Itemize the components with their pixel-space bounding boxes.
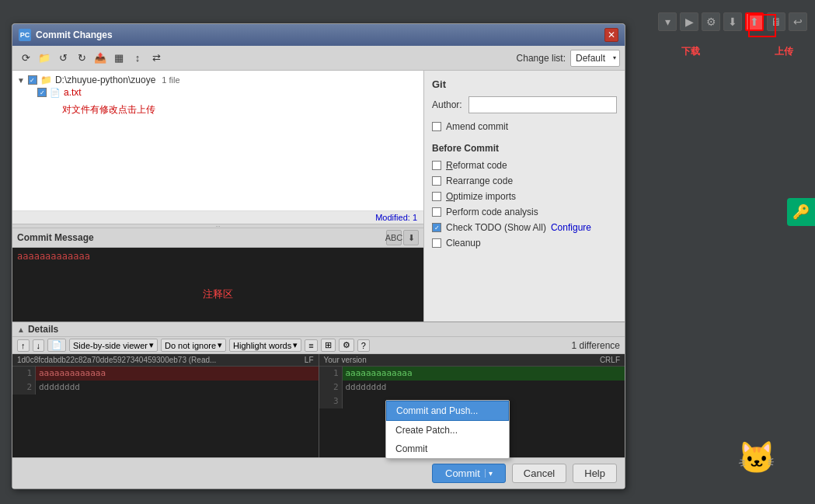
optimize-checkbox[interactable] xyxy=(432,192,441,201)
toolbar-upload-btn[interactable]: ⬆ xyxy=(745,12,764,31)
toolbar-export-btn[interactable]: 📤 xyxy=(92,50,109,67)
rearrange-label: Rearrange code xyxy=(446,176,513,186)
details-panel: ▲ Details ↑ ↓ 📄 Side-by-side viewer ▾ Do… xyxy=(12,322,625,457)
toolbar-up-btn[interactable]: 📁 xyxy=(36,50,53,67)
toolbar-download-btn[interactable]: ⬇ xyxy=(723,12,742,31)
green-action-btn[interactable]: 🔑 xyxy=(787,198,815,226)
dialog-close-button[interactable]: ✕ xyxy=(604,28,618,42)
configure-link[interactable]: Configure xyxy=(551,222,591,233)
ignore-dropdown[interactable]: Do not ignore ▾ xyxy=(161,339,226,352)
author-row: Author: xyxy=(432,96,617,113)
commit-message-input[interactable]: aaaaaaaaaaaaa xyxy=(12,248,423,322)
commit-dropdown-arrow[interactable]: ▾ xyxy=(485,469,493,478)
commit-button[interactable]: Commit ▾ xyxy=(432,464,506,483)
commit-and-push-item[interactable]: Commit and Push... xyxy=(386,401,509,421)
details-content: 1d0c8fcdabdb22c82a70dde5927340459300eb73… xyxy=(12,354,625,457)
git-section-title: Git xyxy=(432,78,617,90)
chinese-note-area: 对文件有修改点击上传 xyxy=(16,103,420,116)
viewer-dropdown[interactable]: Side-by-side viewer ▾ xyxy=(69,339,158,352)
file-checkbox[interactable] xyxy=(37,88,47,97)
highlight-dropdown[interactable]: Highlight words ▾ xyxy=(229,339,301,352)
amend-row: Amend commit xyxy=(432,121,617,132)
left-panel: ▼ 📁 D:\zhuyue-python\zuoye 1 file 📄 a.tx… xyxy=(12,71,424,322)
toolbar-refresh-btn[interactable]: ⟳ xyxy=(17,50,34,67)
chinese-note-text: 对文件有修改点击上传 xyxy=(62,104,155,115)
diff-line-removed-1: 1 aaaaaaaaaaaaa xyxy=(12,367,319,381)
cleanup-checkbox[interactable] xyxy=(432,238,441,248)
diff-left-panel: 1d0c8fcdabdb22c82a70dde5927340459300eb73… xyxy=(12,354,319,457)
commit-msg-header: Commit Message ABC ⬇ xyxy=(12,228,423,248)
help-button[interactable]: Help xyxy=(573,464,617,483)
before-commit-label: Before Commit xyxy=(432,143,617,154)
file-count-label: 1 file xyxy=(162,75,179,85)
toolbar-dropdown-btn[interactable]: ▾ xyxy=(658,12,677,31)
cleanup-label: Cleanup xyxy=(446,238,481,249)
commit-msg-icons: ABC ⬇ xyxy=(386,230,419,245)
commit-msg-icon-abc[interactable]: ABC xyxy=(386,230,402,245)
tree-root-item[interactable]: ▼ 📁 D:\zhuyue-python\zuoye 1 file xyxy=(16,74,420,86)
diff-left-header: 1d0c8fcdabdb22c82a70dde5927340459300eb73… xyxy=(12,354,319,367)
diff-line-added-1: 1 aaaaaaaaaaaaa xyxy=(319,367,625,381)
toolbar-sort-btn[interactable]: ↕ xyxy=(129,50,146,67)
help-btn[interactable]: ? xyxy=(357,339,370,352)
key-icon: 🔑 xyxy=(792,203,810,221)
commit-msg-icon-arrow[interactable]: ⬇ xyxy=(403,230,419,245)
gear-btn[interactable]: ⚙ xyxy=(339,339,354,352)
changelist-area: Change list: Default ▾ xyxy=(517,50,620,67)
analysis-label: Perform code analysis xyxy=(446,207,538,217)
analysis-checkbox[interactable] xyxy=(432,207,441,217)
todo-label: Check TODO (Show All) xyxy=(446,222,546,233)
root-checkbox[interactable] xyxy=(28,75,37,85)
details-header: ▲ Details xyxy=(12,322,625,337)
down-nav-btn[interactable]: ↓ xyxy=(33,339,45,352)
file-tree: ▼ 📁 D:\zhuyue-python\zuoye 1 file 📄 a.tx… xyxy=(12,71,423,210)
commit-only-item[interactable]: Commit xyxy=(386,440,509,458)
diff-right-header: Your version CRLF xyxy=(319,354,625,367)
diff-settings-btn[interactable]: 📄 xyxy=(47,339,66,352)
details-toolbar: ↑ ↓ 📄 Side-by-side viewer ▾ Do not ignor… xyxy=(12,337,625,354)
details-collapse-btn[interactable]: ▲ xyxy=(17,325,25,334)
option-row-rearrange: Rearrange code xyxy=(432,176,617,186)
amend-checkbox[interactable] xyxy=(432,122,441,131)
rearrange-checkbox[interactable] xyxy=(432,176,441,186)
option-row-todo: Check TODO (Show All) Configure xyxy=(432,222,617,233)
dialog-title-icon: PC xyxy=(19,29,31,41)
changelist-dropdown[interactable]: Default ▾ xyxy=(570,50,620,67)
modified-label: Modified: 1 xyxy=(375,213,417,222)
ide-toolbar: ▾ ▶ ⚙ ⬇ ⬆ 🖥 ↩ xyxy=(644,0,815,43)
lines-btn[interactable]: ≡ xyxy=(305,339,317,352)
toolbar-undo-btn[interactable]: ↩ xyxy=(789,12,807,31)
toolbar-revert-btn[interactable]: ↺ xyxy=(54,50,71,67)
reformat-label: Reformat code xyxy=(446,160,507,171)
toolbar-screen-btn[interactable]: 🖥 xyxy=(767,12,785,31)
optimize-label: Optimize imports xyxy=(446,191,516,202)
cancel-button[interactable]: Cancel xyxy=(512,464,566,483)
create-patch-item[interactable]: Create Patch... xyxy=(386,421,509,440)
tree-file-item[interactable]: 📄 a.txt xyxy=(16,86,420,99)
commit-dropdown-menu: Commit and Push... Create Patch... Commi… xyxy=(385,400,510,459)
author-label: Author: xyxy=(432,99,462,110)
toolbar-grid-btn[interactable]: ▦ xyxy=(110,50,127,67)
columns-btn[interactable]: ⊞ xyxy=(321,339,336,352)
root-path-label: D:\zhuyue-python\zuoye xyxy=(55,75,155,85)
toolbar-forward-btn[interactable]: ↻ xyxy=(73,50,90,67)
author-input[interactable] xyxy=(468,96,617,113)
right-panel: Git Author: Amend commit Before Commit R… xyxy=(424,71,625,322)
dialog-toolbar: ⟳ 📁 ↺ ↻ 📤 ▦ ↕ ⇄ Change list: Default ▾ xyxy=(12,46,625,71)
todo-checkbox[interactable] xyxy=(432,223,441,232)
toolbar-settings-btn[interactable]: ⚙ xyxy=(702,12,720,31)
up-nav-btn[interactable]: ↑ xyxy=(17,339,30,352)
commit-dialog: PC Commit Changes ✕ ⟳ 📁 ↺ ↻ 📤 ▦ ↕ ⇄ Chan… xyxy=(12,23,625,489)
reformat-checkbox[interactable] xyxy=(432,161,441,170)
toolbar-split-btn[interactable]: ⇄ xyxy=(148,50,165,67)
diff-line-neutral-1: 2 dddddddd xyxy=(12,381,319,395)
cat-image: 🐱 xyxy=(698,411,815,504)
option-row-analysis: Perform code analysis xyxy=(432,207,617,217)
dialog-titlebar: PC Commit Changes ✕ xyxy=(12,24,625,46)
details-title: Details xyxy=(28,324,58,335)
amend-label: Amend commit xyxy=(446,121,508,132)
modified-bar: Modified: 1 xyxy=(12,210,423,224)
dialog-title-text: Commit Changes xyxy=(36,30,113,40)
toolbar-run-btn[interactable]: ▶ xyxy=(680,12,698,31)
commit-msg-label: Commit Message xyxy=(17,232,94,243)
